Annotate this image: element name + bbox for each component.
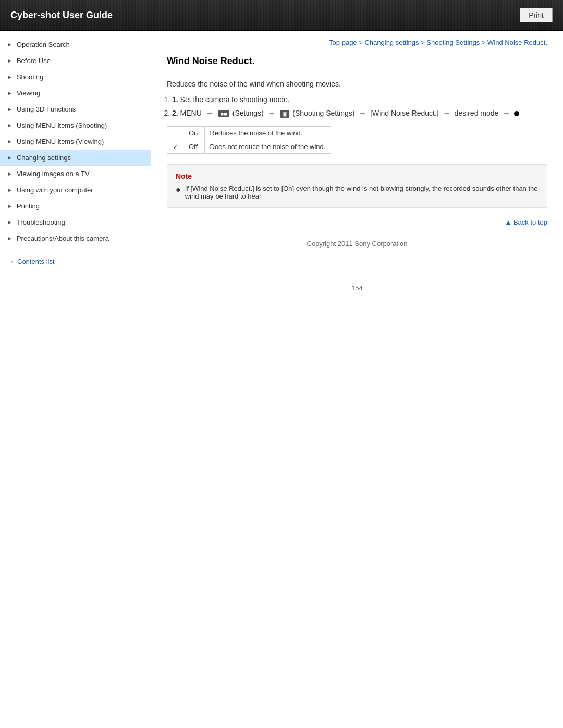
- copyright-text: Copyright 2011 Sony Corporation: [307, 240, 408, 248]
- sidebar-item-1[interactable]: ►Before Use: [0, 53, 151, 69]
- sidebar-item-label: Using 3D Functions: [17, 105, 76, 113]
- steps-list: 1. Set the camera to shooting mode. 2. M…: [172, 95, 547, 118]
- breadcrumb-changing-settings[interactable]: Changing settings: [364, 39, 419, 46]
- note-box: Note ●If [Wind Noise Reduct.] is set to …: [167, 164, 547, 208]
- sidebar-item-5[interactable]: ►Using MENU items (Shooting): [0, 117, 151, 133]
- sidebar-item-8[interactable]: ►Viewing images on a TV: [0, 166, 151, 182]
- sidebar-item-label: Precautions/About this camera: [17, 235, 109, 242]
- note-item-text: If [Wind Noise Reduct.] is set to [On] e…: [185, 184, 538, 200]
- table-desc-cell: Does not reduce the noise of the wind.: [204, 140, 331, 154]
- footer: Copyright 2011 Sony Corporation: [167, 235, 547, 263]
- step-2-text: MENU → ■■ (Settings) → ▣ (Shooting Setti…: [180, 109, 520, 117]
- sidebar-item-label: Viewing: [17, 89, 40, 97]
- sidebar-item-10[interactable]: ►Printing: [0, 198, 151, 214]
- sidebar-arrow-icon: ►: [7, 219, 13, 225]
- sidebar-item-label: Troubleshooting: [17, 218, 65, 226]
- sidebar-item-label: Using MENU items (Shooting): [17, 121, 107, 129]
- sidebar-item-4[interactable]: ►Using 3D Functions: [0, 101, 151, 117]
- back-to-top[interactable]: ▲ Back to top: [167, 218, 547, 226]
- sidebar-item-9[interactable]: ►Using with your computer: [0, 182, 151, 198]
- shooting-settings-icon: ▣: [280, 110, 289, 118]
- main-content: Top page > Changing settings > Shooting …: [151, 31, 563, 307]
- contents-list-arrow-icon: →: [7, 257, 14, 265]
- sidebar-arrow-icon: ►: [7, 187, 13, 193]
- sidebar-arrow-icon: ►: [7, 236, 13, 241]
- sidebar-arrow-icon: ►: [7, 90, 13, 96]
- sidebar-arrow-icon: ►: [7, 203, 13, 209]
- sidebar-arrow-icon: ►: [7, 122, 13, 128]
- sidebar-item-label: Before Use: [17, 57, 51, 65]
- contents-list-link[interactable]: → Contents list: [0, 253, 151, 269]
- sidebar-item-label: Viewing images on a TV: [17, 170, 90, 178]
- sidebar-arrow-icon: ►: [7, 42, 13, 47]
- sidebar-arrow-icon: ►: [7, 74, 13, 80]
- menu-icon: ■■: [218, 110, 229, 117]
- print-button[interactable]: Print: [520, 8, 553, 22]
- table-label-cell: On: [183, 127, 204, 140]
- sidebar-item-label: Changing settings: [17, 154, 71, 162]
- sidebar-item-11[interactable]: ►Troubleshooting: [0, 214, 151, 230]
- back-to-top-triangle-icon: ▲: [505, 218, 511, 226]
- step-2: 2. MENU → ■■ (Settings) → ▣ (Shooting Se…: [172, 109, 547, 118]
- back-to-top-link[interactable]: ▲ Back to top: [505, 218, 547, 226]
- breadcrumb-current: Wind Noise Reduct.: [487, 39, 547, 46]
- sidebar-arrow-icon: ►: [7, 106, 13, 112]
- table-row: ✓ Off Does not reduce the noise of the w…: [167, 140, 331, 154]
- page-description: Reduces the noise of the wind when shoot…: [167, 80, 547, 88]
- app-title: Cyber-shot User Guide: [10, 10, 113, 21]
- back-to-top-label: Back to top: [513, 218, 547, 226]
- sidebar-divider: [0, 250, 151, 250]
- table-icon-cell: [167, 127, 184, 140]
- page-title: Wind Noise Reduct.: [167, 56, 547, 71]
- settings-table: On Reduces the noise of the wind. ✓ Off …: [167, 126, 331, 154]
- main-layout: ►Operation Search►Before Use►Shooting►Vi…: [0, 31, 563, 709]
- table-label-cell: Off: [183, 140, 204, 154]
- sidebar-item-label: Using with your computer: [17, 186, 93, 194]
- note-items: ●If [Wind Noise Reduct.] is set to [On] …: [176, 184, 538, 200]
- table-desc-cell: Reduces the noise of the wind.: [204, 127, 331, 140]
- sidebar-item-6[interactable]: ►Using MENU items (Viewing): [0, 133, 151, 150]
- breadcrumb: Top page > Changing settings > Shooting …: [167, 39, 547, 46]
- page-number: 154: [167, 284, 547, 292]
- confirm-icon: [514, 111, 519, 116]
- breadcrumb-top-page[interactable]: Top page: [329, 39, 357, 46]
- breadcrumb-shooting-settings[interactable]: Shooting Settings: [426, 39, 480, 46]
- note-title: Note: [176, 172, 538, 180]
- sidebar-arrow-icon: ►: [7, 139, 13, 144]
- sidebar-item-label: Shooting: [17, 73, 43, 81]
- table-row: On Reduces the noise of the wind.: [167, 127, 331, 140]
- note-item: ●If [Wind Noise Reduct.] is set to [On] …: [176, 184, 538, 200]
- sidebar-item-7[interactable]: ►Changing settings: [0, 150, 151, 166]
- table-icon-cell: ✓: [167, 140, 184, 154]
- contents-list-label: Contents list: [17, 257, 55, 265]
- sidebar: ►Operation Search►Before Use►Shooting►Vi…: [0, 31, 151, 709]
- sidebar-item-label: Operation Search: [17, 41, 70, 48]
- sidebar-arrow-icon: ►: [7, 58, 13, 64]
- sidebar-item-0[interactable]: ►Operation Search: [0, 36, 151, 53]
- page-header: Cyber-shot User Guide Print: [0, 0, 563, 31]
- note-bullet-icon: ●: [176, 184, 181, 194]
- sidebar-item-label: Using MENU items (Viewing): [17, 138, 104, 145]
- step-1-text: Set the camera to shooting mode.: [180, 95, 290, 104]
- sidebar-item-label: Printing: [17, 202, 40, 210]
- sidebar-item-12[interactable]: ►Precautions/About this camera: [0, 230, 151, 246]
- sidebar-item-3[interactable]: ►Viewing: [0, 85, 151, 101]
- sidebar-arrow-icon: ►: [7, 171, 13, 177]
- sidebar-item-2[interactable]: ►Shooting: [0, 69, 151, 85]
- step-1: 1. Set the camera to shooting mode.: [172, 95, 547, 104]
- sidebar-arrow-icon: ►: [7, 155, 13, 161]
